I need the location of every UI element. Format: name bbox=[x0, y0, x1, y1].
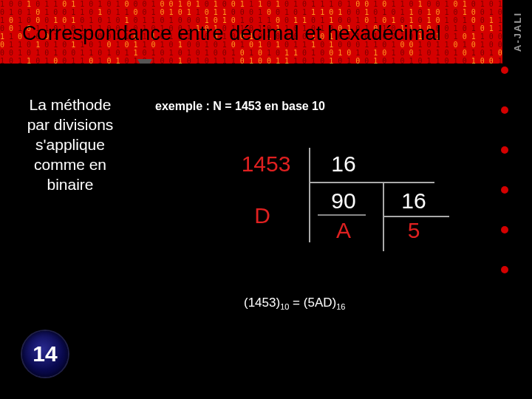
result-equation: (1453)10 = (5AD)16 bbox=[244, 296, 345, 311]
bracket-line bbox=[309, 148, 310, 242]
dividend-1453: 1453 bbox=[229, 151, 303, 177]
slide-number-badge: 14 bbox=[22, 331, 68, 377]
method-line: s'applique bbox=[7, 134, 133, 154]
example-label: exemple : N = 1453 en base 10 bbox=[155, 100, 325, 113]
dot-icon bbox=[501, 186, 508, 194]
brand-text: A-JALI bbox=[512, 12, 523, 52]
bracket-line bbox=[383, 216, 449, 217]
result-rhs: (5AD) bbox=[304, 296, 336, 310]
method-line: comme en bbox=[7, 154, 133, 174]
result-eq: = bbox=[289, 296, 303, 310]
bracket-line bbox=[309, 182, 434, 183]
quotient-90: 90 bbox=[318, 188, 369, 214]
method-description: La méthode par divisions s'applique comm… bbox=[7, 95, 133, 194]
division-diagram: 1453 16 D 90 16 A 5 bbox=[222, 148, 488, 281]
bracket-line bbox=[383, 183, 384, 251]
divisor-16: 16 bbox=[392, 188, 436, 214]
quotient-5: 5 bbox=[395, 218, 432, 243]
slide-number: 14 bbox=[33, 341, 57, 366]
bracket-line bbox=[318, 214, 366, 216]
method-line: binaire bbox=[7, 174, 133, 194]
method-line: par divisions bbox=[7, 115, 133, 134]
result-rhs-base: 16 bbox=[336, 302, 345, 311]
remainder-d: D bbox=[244, 203, 281, 228]
dot-icon bbox=[501, 146, 508, 154]
result-lhs-base: 10 bbox=[280, 302, 289, 311]
slide-title: Correspondance entre décimal et hexadéci… bbox=[22, 22, 441, 45]
dot-icon bbox=[501, 266, 508, 273]
dot-icon bbox=[501, 106, 508, 114]
brand-band: A-JALI bbox=[502, 0, 532, 64]
divisor-16: 16 bbox=[318, 151, 369, 177]
decorative-dots bbox=[501, 66, 510, 273]
dot-icon bbox=[501, 66, 508, 74]
remainder-a: A bbox=[325, 218, 362, 243]
dot-icon bbox=[501, 226, 508, 233]
result-lhs: (1453) bbox=[244, 296, 280, 310]
slide-header: 1001011011010100010010101001110101011101… bbox=[0, 0, 532, 64]
method-line: La méthode bbox=[7, 95, 133, 115]
